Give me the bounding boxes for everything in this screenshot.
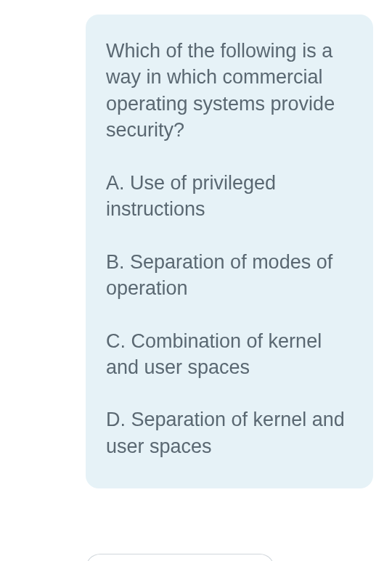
option-c: C. Combination of kernel and user spaces [106, 328, 353, 381]
option-a: A. Use of privileged instructions [106, 170, 353, 223]
partial-button-outline [86, 554, 274, 561]
question-text: Which of the following is a way in which… [106, 38, 353, 144]
option-b: B. Separation of modes of operation [106, 249, 353, 302]
message-bubble: Which of the following is a way in which… [86, 15, 373, 488]
option-d: D. Separation of kernel and user spaces [106, 406, 353, 459]
